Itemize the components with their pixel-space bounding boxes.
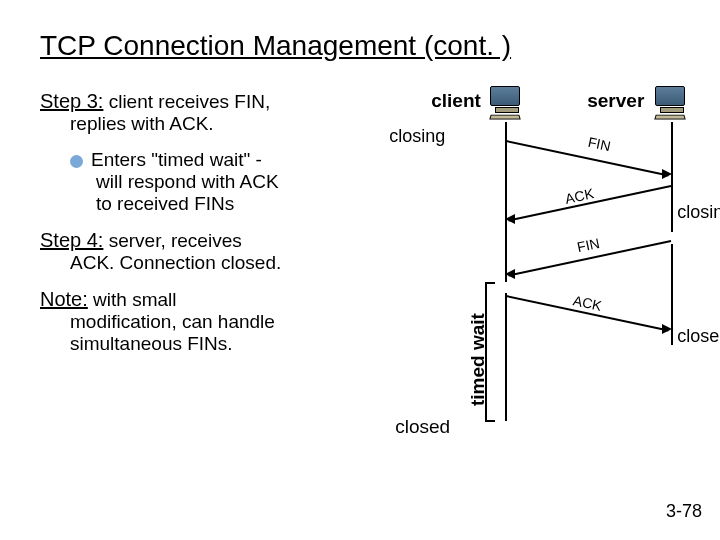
step4-head: Step 4: [40, 229, 103, 251]
arrowhead-icon [662, 169, 672, 179]
client-lifeline [505, 122, 507, 282]
state-closing-server: closing [677, 202, 720, 223]
step4-block: Step 4: server, receives ACK. Connection… [40, 229, 345, 274]
client-lifeline [505, 293, 507, 421]
state-closed-server: closed [677, 326, 720, 347]
msg-fin1: FIN [587, 134, 612, 154]
msg-fin2: FIN [576, 235, 601, 255]
step3-bullet3: to received FINs [96, 193, 345, 215]
server-label: server [587, 90, 644, 112]
timed-wait-label: timed wait [467, 313, 489, 406]
circle-bullet-icon [70, 155, 83, 168]
note-line3: simultaneous FINs. [70, 333, 345, 355]
state-closed-client: closed [395, 416, 450, 438]
step3-line1: client receives FIN, [103, 91, 270, 112]
step4-line2: ACK. Connection closed. [70, 252, 345, 274]
note-line2: modification, can handle [70, 311, 345, 333]
client-label: client [431, 90, 481, 112]
sequence-diagram: client server closing FIN ACK closing FI… [355, 90, 690, 450]
slide-content: Step 3: client receives FIN, replies wit… [40, 90, 690, 450]
arrowhead-icon [662, 324, 672, 334]
step3-bullet2: will respond with ACK [96, 171, 345, 193]
step3-line2: replies with ACK. [70, 113, 345, 135]
step4-line1: server, receives [103, 230, 241, 251]
slide-title: TCP Connection Management (cont. ) [40, 30, 690, 62]
state-closing-client: closing [389, 126, 445, 147]
step3-head: Step 3: [40, 90, 103, 112]
note-head: Note: [40, 288, 88, 310]
page-number: 3-78 [666, 501, 702, 522]
note-block: Note: with small modification, can handl… [40, 288, 345, 355]
step3-bullet1: Enters "timed wait" - [91, 149, 262, 170]
computer-icon [490, 86, 524, 116]
arrowhead-icon [505, 269, 515, 279]
step3-bullet-line: Enters "timed wait" - [96, 149, 345, 171]
text-column: Step 3: client receives FIN, replies wit… [40, 90, 345, 450]
arrowhead-icon [505, 214, 515, 224]
computer-icon [655, 86, 689, 116]
note-line1: with small [88, 289, 177, 310]
step3-block: Step 3: client receives FIN, replies wit… [40, 90, 345, 215]
